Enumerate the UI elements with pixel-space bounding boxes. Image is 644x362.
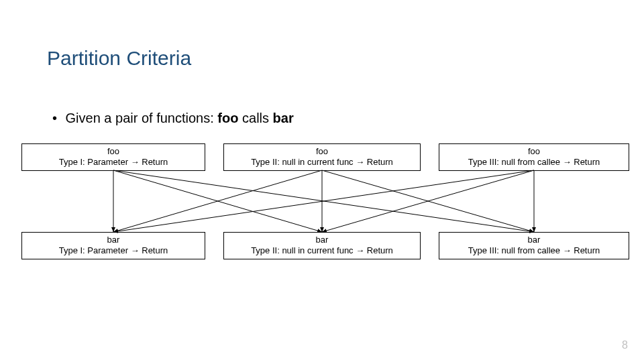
desc-post: Return [140, 157, 168, 167]
box-desc: Type III: null from callee → Return [441, 157, 627, 168]
bullet-line: • Given a pair of functions: foo calls b… [52, 111, 294, 126]
box-foo-type2: foo Type II: null in current func → Retu… [223, 143, 421, 171]
bullet-bar: bar [273, 111, 294, 125]
bullet-dot: • [52, 111, 62, 126]
box-fn-label: bar [225, 235, 419, 245]
slide-title: Partition Criteria [47, 47, 191, 70]
desc-post: Return [140, 245, 168, 255]
box-bar-type3: bar Type III: null from callee → Return [439, 232, 629, 259]
box-fn-label: foo [225, 146, 419, 157]
svg-line-6 [113, 170, 534, 232]
box-fn-label: bar [441, 235, 627, 245]
desc-post: Return [572, 157, 600, 167]
svg-line-7 [322, 170, 534, 232]
box-foo-type3: foo Type III: null from callee → Return [439, 143, 629, 171]
box-desc: Type II: null in current func → Return [225, 245, 419, 256]
desc-pre: Type III: null from callee [468, 157, 563, 167]
box-bar-type1: bar Type I: Parameter → Return [21, 232, 205, 259]
box-fn-label: foo [441, 146, 627, 157]
desc-post: Return [364, 245, 393, 255]
desc-pre: Type I: Parameter [59, 157, 131, 167]
page-number: 8 [622, 339, 628, 351]
arrow-icon: → [131, 245, 140, 255]
desc-pre: Type II: null in current func [251, 245, 356, 255]
box-desc: Type I: Parameter → Return [23, 245, 203, 256]
bullet-middle: calls [238, 111, 272, 125]
box-desc: Type I: Parameter → Return [23, 157, 203, 168]
arrow-icon: → [131, 157, 140, 167]
svg-line-3 [113, 170, 322, 232]
svg-line-5 [322, 170, 534, 232]
desc-pre: Type I: Parameter [59, 245, 131, 255]
arrow-icon: → [356, 157, 364, 167]
box-desc: Type III: null from callee → Return [441, 245, 627, 256]
arrow-icon: → [563, 157, 572, 167]
desc-post: Return [572, 245, 600, 255]
box-bar-type2: bar Type II: null in current func → Retu… [223, 232, 421, 259]
box-desc: Type II: null in current func → Return [225, 157, 419, 168]
arrow-icon: → [356, 245, 364, 255]
box-fn-label: bar [23, 235, 203, 245]
desc-post: Return [364, 157, 393, 167]
bullet-foo: foo [217, 111, 238, 125]
arrow-icon: → [563, 245, 572, 255]
svg-line-1 [113, 170, 322, 232]
desc-pre: Type III: null from callee [468, 245, 563, 255]
bullet-prefix: Given a pair of functions: [66, 111, 218, 125]
svg-line-2 [113, 170, 534, 232]
box-foo-type1: foo Type I: Parameter → Return [21, 143, 205, 171]
desc-pre: Type II: null in current func [251, 157, 356, 167]
box-fn-label: foo [23, 146, 203, 157]
